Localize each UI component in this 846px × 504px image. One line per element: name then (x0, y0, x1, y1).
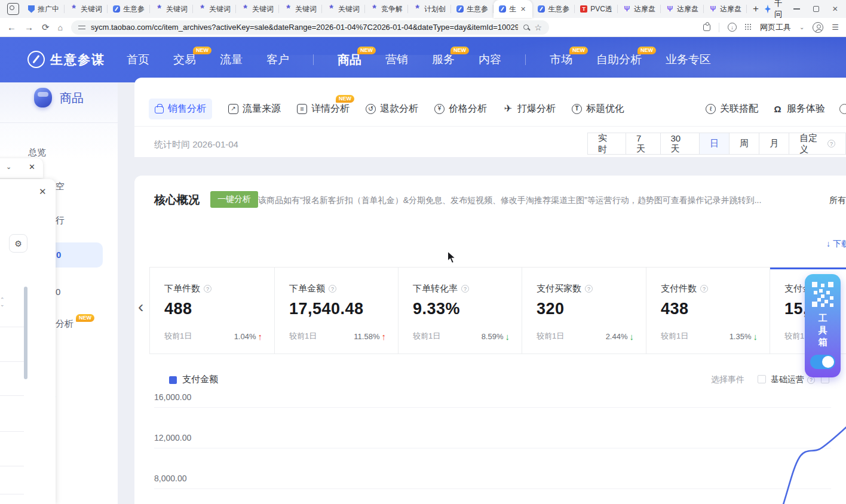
range-day[interactable]: 日 (699, 133, 729, 155)
damopan-icon (709, 5, 717, 13)
snowflake-icon (327, 6, 335, 12)
browser-tab[interactable]: 达摩盘 (618, 0, 661, 18)
extensions-icon[interactable] (703, 24, 710, 31)
nav-item-goods[interactable]: 商品NEW (338, 52, 361, 68)
browser-tab[interactable]: 推广中 (23, 0, 65, 18)
browser-tab[interactable]: 生意参 (108, 0, 150, 18)
nav-item-marketing[interactable]: 营销 (385, 52, 408, 67)
nav-item-content[interactable]: 内容 (479, 52, 501, 67)
browser-tab[interactable]: 关键词 (322, 0, 365, 18)
browser-tab[interactable]: 生意参 (532, 0, 575, 18)
app-brand[interactable]: 生意参谋 (50, 51, 105, 68)
back-icon[interactable]: ← (7, 23, 16, 32)
sycm-logo-icon (113, 5, 120, 13)
nav-item-traffic[interactable]: 流量 (220, 52, 243, 67)
floating-window[interactable]: ✕ ⌃⌄ (0, 179, 56, 504)
nav-item-service[interactable]: 服务NEW (432, 52, 455, 67)
link-service-experience[interactable]: 服务体验 (773, 103, 825, 115)
nav-item-home[interactable]: 首页 (127, 52, 149, 67)
link-match-pairing[interactable]: 关联搭配 (706, 103, 758, 115)
range-week[interactable]: 周 (729, 133, 759, 155)
sycm-logo-icon (499, 5, 506, 13)
toolbox-widget[interactable]: 工具箱 (805, 274, 841, 377)
browser-tab[interactable]: 关键词 (193, 0, 236, 18)
scrollbar-thumb[interactable] (24, 287, 27, 379)
profile-avatar[interactable] (813, 22, 823, 33)
site-info-icon[interactable] (78, 24, 85, 30)
snowflake-icon (241, 6, 249, 12)
web-tools-label[interactable]: 网页工具 (760, 22, 791, 33)
browser-tab[interactable]: 达摩盘 (661, 0, 704, 18)
browser-tab[interactable]: 关键词 (236, 0, 279, 18)
close-icon[interactable] (832, 5, 838, 13)
collapse-chevron-icon[interactable]: ⌄ (6, 163, 11, 171)
sidebar-item-active-fragment[interactable]: 0 (56, 250, 61, 260)
tab-search-icon[interactable] (7, 3, 19, 15)
browser-tab[interactable]: 关键词 (65, 0, 108, 18)
chevron-down-icon[interactable]: ⌄ (799, 24, 804, 30)
help-icon[interactable] (827, 140, 835, 147)
close-icon[interactable]: ✕ (29, 162, 35, 171)
clipped-icon[interactable] (839, 104, 846, 114)
sort-chevrons-icon[interactable]: ⌃⌄ (0, 297, 5, 307)
browser-tab[interactable]: 关键词 (279, 0, 322, 18)
range-month[interactable]: 月 (759, 133, 789, 155)
tab-detail-analysis[interactable]: 详情分析NEW (297, 103, 350, 115)
home-icon[interactable]: ⌂ (58, 23, 63, 32)
sidebar-item-fragment[interactable]: 行 (56, 215, 65, 226)
browser-tab-active[interactable]: 生 (493, 0, 532, 18)
nav-item-customer[interactable]: 客户 (266, 52, 289, 67)
gear-icon[interactable] (9, 234, 27, 253)
reload-icon[interactable]: ⟳ (42, 23, 50, 32)
new-tab-button[interactable]: + (747, 3, 765, 15)
nav-item-market[interactable]: 市场NEW (550, 52, 572, 67)
address-bar[interactable]: sycm.taobao.com/cc/item_archives?activeK… (71, 20, 549, 35)
sidebar-item-overview[interactable]: 总览 (28, 147, 46, 158)
close-icon[interactable]: ✕ (39, 186, 47, 197)
range-realtime[interactable]: 实时 (587, 133, 626, 155)
url-text[interactable]: sycm.taobao.com/cc/item_archives?activeK… (91, 23, 518, 32)
minimize-icon[interactable] (793, 8, 800, 10)
sidebar-item-fragment[interactable]: 0 (56, 287, 60, 297)
browser-tab[interactable]: 生意参 (451, 0, 493, 18)
apps-grid-icon[interactable] (745, 24, 752, 30)
new-badge: NEW (336, 95, 354, 103)
screen: 推广中 关键词 生意参 关键词 关键词 关键词 关键词 关键词 竞争解 计划创 … (0, 0, 846, 504)
tab-refund-analysis[interactable]: 退款分析 (366, 103, 418, 115)
stat-date: 2026-01-04 (192, 139, 238, 149)
subnav-tabs: 销售分析 流量来源 详情分析NEW 退款分析 价格分析 打爆分析 标题优化 (149, 96, 624, 122)
browser-tab[interactable]: 计划创 (408, 0, 451, 18)
maximize-icon[interactable] (813, 6, 819, 12)
subnav-panel: 销售分析 流量来源 详情分析NEW 退款分析 价格分析 打爆分析 标题优化 关联… (134, 78, 846, 157)
sidebar-item-fragment[interactable]: 空 (56, 181, 65, 192)
browser-menu-icon[interactable] (832, 23, 839, 32)
tab-sales-analysis[interactable]: 销售分析 (149, 99, 212, 119)
sycm-compass-logo-icon[interactable] (27, 51, 45, 68)
browser-tab[interactable]: PVC透 (575, 0, 618, 18)
browser-tab[interactable]: 达摩盘 (704, 0, 747, 18)
nav-item-business-zone[interactable]: 业务专区 (666, 52, 711, 67)
sidebar-item-analysis-fragment[interactable]: 分析 (56, 318, 73, 330)
browser-tab[interactable]: 竞争解 (365, 0, 408, 18)
browser-tab[interactable]: 关键词 (150, 0, 193, 18)
nav-item-self-analysis[interactable]: 自助分析NEW (596, 52, 642, 67)
floating-window-titlebar[interactable]: ⌄ ✕ (0, 158, 43, 178)
tab-close-icon[interactable] (519, 5, 527, 13)
tab-title-optimize[interactable]: 标题优化 (572, 103, 624, 115)
tab-price-analysis[interactable]: 价格分析 (434, 103, 487, 115)
zoom-icon[interactable] (523, 24, 529, 30)
new-badge: NEW (76, 314, 94, 322)
forward-icon[interactable]: → (24, 23, 33, 32)
range-custom[interactable]: 自定义 (789, 133, 846, 155)
tab-hot-analysis[interactable]: 打爆分析 (503, 103, 556, 115)
tab-traffic-source[interactable]: 流量来源 (228, 103, 281, 115)
range-7d[interactable]: 7天 (626, 133, 661, 155)
bag-icon (155, 106, 164, 113)
snowflake-icon (70, 6, 78, 12)
toolbox-toggle[interactable] (810, 355, 835, 369)
downloads-icon[interactable] (728, 23, 737, 32)
divider (134, 126, 846, 127)
bookmark-star-icon[interactable]: ☆ (534, 23, 542, 32)
range-30d[interactable]: 30天 (660, 133, 700, 155)
nav-item-trade[interactable]: 交易NEW (173, 52, 196, 67)
